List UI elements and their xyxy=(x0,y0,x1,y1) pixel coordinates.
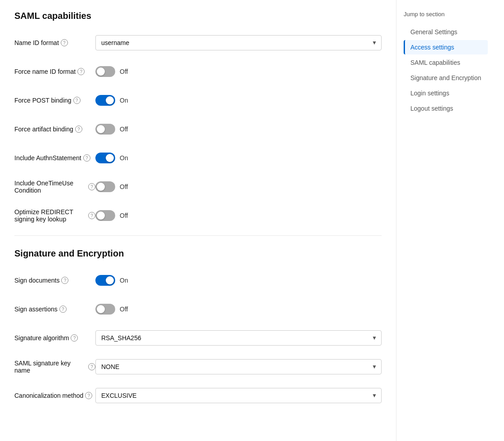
control-force-post-binding: On xyxy=(95,95,382,106)
toggle-label-force-post-binding: On xyxy=(120,97,128,104)
label-text-sign-documents: Sign documents xyxy=(14,277,59,284)
sidebar-item-saml-capabilities[interactable]: SAML capabilities xyxy=(404,55,488,70)
control-sign-documents: On xyxy=(95,275,382,286)
select-saml-signature-key-name[interactable]: NONEKEY_IDCERT_SUBJECT xyxy=(95,359,382,374)
label-text-saml-signature-key-name: SAML signature key name xyxy=(14,360,86,374)
toggle-label-force-artifact-binding: Off xyxy=(120,126,128,133)
toggle-include-authn-statement[interactable] xyxy=(95,153,115,163)
help-icon-sign-documents[interactable]: ? xyxy=(61,277,68,284)
toggle-force-name-id-format[interactable] xyxy=(95,66,115,77)
control-name-id-format: usernameemailpersistenttransient▼ xyxy=(95,35,382,50)
help-icon-force-artifact-binding[interactable]: ? xyxy=(75,126,82,133)
select-signature-algorithm[interactable]: RSA_SHA256RSA_SHA1RSA_SHA512DSA_SHA1 xyxy=(95,330,382,346)
field-row-sign-documents: Sign documents?On xyxy=(14,271,382,289)
control-saml-signature-key-name: NONEKEY_IDCERT_SUBJECT▼ xyxy=(95,359,382,374)
label-text-include-one-time-use-condition: Include OneTimeUse Condition xyxy=(14,180,86,194)
help-icon-include-authn-statement[interactable]: ? xyxy=(83,154,90,162)
toggle-optimize-redirect-signing-key-lookup[interactable] xyxy=(95,210,115,221)
toggle-track-force-artifact-binding[interactable] xyxy=(95,124,115,135)
label-force-artifact-binding: Force artifact binding? xyxy=(14,126,95,133)
sidebar-nav: General SettingsAccess settingsSAML capa… xyxy=(404,25,488,116)
label-name-id-format: Name ID format? xyxy=(14,39,95,46)
toggle-force-post-binding[interactable] xyxy=(95,95,115,106)
toggle-track-include-one-time-use-condition[interactable] xyxy=(95,181,115,192)
field-row-canonicalization-method: Canonicalization method?EXCLUSIVEEXCLUSI… xyxy=(14,387,382,405)
control-force-name-id-format: Off xyxy=(95,66,382,77)
label-text-force-artifact-binding: Force artifact binding xyxy=(14,126,73,133)
control-sign-assertions: Off xyxy=(95,304,382,315)
label-text-signature-algorithm: Signature algorithm xyxy=(14,334,69,342)
label-sign-assertions: Sign assertions? xyxy=(14,306,95,313)
control-include-authn-statement: On xyxy=(95,153,382,163)
select-wrapper-canonicalization-method: EXCLUSIVEEXCLUSIVE_WITH_COMMENTSINCLUSIV… xyxy=(95,388,382,403)
sidebar-item-general-settings[interactable]: General Settings xyxy=(404,25,488,39)
label-optimize-redirect-signing-key-lookup: Optimize REDIRECT signing key lookup? xyxy=(14,208,95,223)
toggle-track-force-post-binding[interactable] xyxy=(95,95,115,106)
help-icon-name-id-format[interactable]: ? xyxy=(61,39,68,46)
field-row-force-post-binding: Force POST binding?On xyxy=(14,91,382,109)
toggle-track-force-name-id-format[interactable] xyxy=(95,66,115,77)
sidebar-item-access-settings[interactable]: Access settings xyxy=(404,40,488,54)
toggle-track-include-authn-statement[interactable] xyxy=(95,153,115,163)
field-row-include-one-time-use-condition: Include OneTimeUse Condition?Off xyxy=(14,178,382,196)
toggle-label-include-one-time-use-condition: Off xyxy=(120,183,128,190)
select-name-id-format[interactable]: usernameemailpersistenttransient xyxy=(95,35,382,50)
help-icon-sign-assertions[interactable]: ? xyxy=(59,306,67,313)
signature-section-title: Signature and Encryption xyxy=(14,248,382,259)
label-force-name-id-format: Force name ID format? xyxy=(14,68,95,75)
label-text-force-post-binding: Force POST binding xyxy=(14,97,72,104)
help-icon-canonicalization-method[interactable]: ? xyxy=(85,392,92,399)
sidebar-item-login-settings[interactable]: Login settings xyxy=(404,86,488,100)
toggle-sign-assertions[interactable] xyxy=(95,304,115,315)
toggle-label-sign-documents: On xyxy=(120,277,128,284)
field-row-include-authn-statement: Include AuthnStatement?On xyxy=(14,149,382,167)
help-icon-signature-algorithm[interactable]: ? xyxy=(71,334,78,342)
help-icon-include-one-time-use-condition[interactable]: ? xyxy=(88,183,95,190)
toggle-include-one-time-use-condition[interactable] xyxy=(95,181,115,192)
field-row-name-id-format: Name ID format?usernameemailpersistenttr… xyxy=(14,34,382,52)
help-icon-force-post-binding[interactable]: ? xyxy=(73,97,81,104)
control-force-artifact-binding: Off xyxy=(95,124,382,135)
label-text-canonicalization-method: Canonicalization method xyxy=(14,392,83,399)
jump-to-section-label: Jump to section xyxy=(404,11,488,18)
toggle-thumb-include-authn-statement xyxy=(106,154,114,162)
select-wrapper-saml-signature-key-name: NONEKEY_IDCERT_SUBJECT▼ xyxy=(95,359,382,374)
label-text-optimize-redirect-signing-key-lookup: Optimize REDIRECT signing key lookup xyxy=(14,208,86,223)
sidebar: Jump to section General SettingsAccess s… xyxy=(396,0,495,441)
select-canonicalization-method[interactable]: EXCLUSIVEEXCLUSIVE_WITH_COMMENTSINCLUSIV… xyxy=(95,388,382,403)
sidebar-item-signature-and-encryption[interactable]: Signature and Encryption xyxy=(404,71,488,85)
toggle-track-sign-assertions[interactable] xyxy=(95,304,115,315)
toggle-label-sign-assertions: Off xyxy=(120,306,128,313)
help-icon-force-name-id-format[interactable]: ? xyxy=(77,68,85,75)
field-row-force-name-id-format: Force name ID format?Off xyxy=(14,63,382,81)
label-sign-documents: Sign documents? xyxy=(14,277,95,284)
sidebar-item-logout-settings[interactable]: Logout settings xyxy=(404,101,488,116)
select-wrapper-signature-algorithm: RSA_SHA256RSA_SHA1RSA_SHA512DSA_SHA1▼ xyxy=(95,330,382,346)
control-canonicalization-method: EXCLUSIVEEXCLUSIVE_WITH_COMMENTSINCLUSIV… xyxy=(95,388,382,403)
control-include-one-time-use-condition: Off xyxy=(95,181,382,192)
field-row-optimize-redirect-signing-key-lookup: Optimize REDIRECT signing key lookup?Off xyxy=(14,207,382,225)
label-signature-algorithm: Signature algorithm? xyxy=(14,334,95,342)
toggle-track-optimize-redirect-signing-key-lookup[interactable] xyxy=(95,210,115,221)
label-saml-signature-key-name: SAML signature key name? xyxy=(14,360,95,374)
toggle-track-sign-documents[interactable] xyxy=(95,275,115,286)
toggle-thumb-force-name-id-format xyxy=(97,68,105,76)
label-text-sign-assertions: Sign assertions xyxy=(14,306,58,313)
label-force-post-binding: Force POST binding? xyxy=(14,97,95,104)
saml-section-title: SAML capabilities xyxy=(14,11,382,21)
toggle-thumb-force-artifact-binding xyxy=(97,125,105,133)
label-text-name-id-format: Name ID format xyxy=(14,39,59,46)
toggle-thumb-sign-assertions xyxy=(97,305,105,313)
field-row-signature-algorithm: Signature algorithm?RSA_SHA256RSA_SHA1RS… xyxy=(14,329,382,347)
toggle-label-include-authn-statement: On xyxy=(120,154,128,162)
signature-fields-container: Sign documents?OnSign assertions?OffSign… xyxy=(14,271,382,405)
toggle-sign-documents[interactable] xyxy=(95,275,115,286)
help-icon-optimize-redirect-signing-key-lookup[interactable]: ? xyxy=(88,212,95,219)
toggle-force-artifact-binding[interactable] xyxy=(95,124,115,135)
help-icon-saml-signature-key-name[interactable]: ? xyxy=(88,363,95,370)
toggle-thumb-force-post-binding xyxy=(106,96,114,104)
toggle-label-force-name-id-format: Off xyxy=(120,68,128,75)
field-row-saml-signature-key-name: SAML signature key name?NONEKEY_IDCERT_S… xyxy=(14,358,382,376)
label-canonicalization-method: Canonicalization method? xyxy=(14,392,95,399)
label-text-force-name-id-format: Force name ID format xyxy=(14,68,76,75)
